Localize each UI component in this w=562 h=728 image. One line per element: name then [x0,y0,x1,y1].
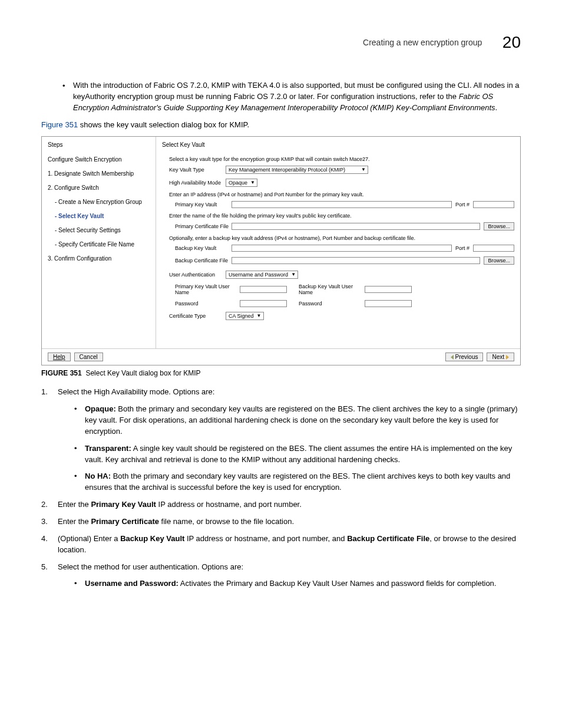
triangle-left-icon [451,355,454,360]
step-2: 2. Enter the Primary Key Vault IP addres… [41,499,521,510]
figure-ref-line: Figure 351 shows the key vault selection… [41,120,521,131]
step-2: 2. Configure Switch [48,185,150,191]
backup-note: Optionally, enter a backup key vault add… [169,235,514,241]
instruction-list: 1. Select the High Availability mode. Op… [41,387,521,589]
pkv-pwd-input[interactable] [240,300,287,307]
bkv-user-label: Backup Key Vault User Name [299,284,365,295]
primary-cert-label: Primary Certificate File [175,223,232,229]
step-2c: - Select Security Settings [48,227,150,233]
pkv-user-input[interactable] [240,286,287,293]
bkv-pwd-label: Password [299,301,365,307]
primary-note: Enter an IP address (IPv4 or hostname) a… [169,192,514,197]
opt-opaque: • Opaque: Both the primary and secondary… [74,404,521,437]
backup-kv-label: Backup Key Vault [175,245,232,251]
step-2d: - Specify Certificate File Name [48,241,150,248]
port-label-1: Port # [455,202,470,207]
ha-select[interactable]: Opaque [226,179,257,187]
header-title: Creating a new encryption group [363,38,482,47]
backup-cert-browse-button[interactable]: Browse... [484,256,514,265]
step-4: 4. (Optional) Enter a Backup Key Vault I… [41,533,521,556]
previous-button[interactable]: Previous [445,353,484,361]
chapter-number: 20 [503,33,521,52]
figure-label: FIGURE 351 [41,369,82,377]
bkv-user-input[interactable] [365,286,412,293]
bullet-icon: • [62,80,73,114]
cert-note: Enter the name of the file holding the p… [169,213,514,219]
ha-label: High Availability Mode [169,180,226,186]
select-key-vault-dialog: Steps Configure Switch Encryption 1. Des… [41,136,521,365]
help-button[interactable]: Help [48,353,71,361]
page-header: Creating a new encryption group 20 [41,33,521,52]
primary-cert-input[interactable] [232,223,480,230]
step-2a: - Create a New Encryption Group [48,199,150,205]
form-heading: Select Key Vault [162,141,514,148]
backup-port-input[interactable] [473,245,514,252]
step-5: 5. Select the method for user authentica… [41,562,521,590]
page: Creating a new encryption group 20 • Wit… [0,0,562,728]
dialog-form-panel: Select Key Vault Select a key vault type… [156,137,520,348]
kvtype-label: Key Vault Type [169,167,226,173]
userauth-select[interactable]: Username and Password [226,271,298,279]
dialog-footer: Help Cancel Previous Next [42,348,520,365]
backup-cert-input[interactable] [232,257,480,264]
step-3: 3. Enter the Primary Certificate file na… [41,516,521,528]
figure-caption: FIGURE 351 Select Key Vault dialog box f… [41,369,521,377]
step-1: 1. Select the High Availability mode. Op… [41,387,521,493]
backup-kv-input[interactable] [232,245,452,252]
step-heading: Configure Switch Encryption [48,156,150,163]
kvtype-select[interactable]: Key Management Interoperability Protocol… [226,166,368,174]
pkv-user-label: Primary Key Vault User Name [175,284,240,295]
dialog-steps-panel: Steps Configure Switch Encryption 1. Des… [42,137,156,348]
triangle-right-icon [506,355,509,360]
step-3: 3. Confirm Configuration [48,255,150,262]
certtype-label: Certificate Type [169,313,226,319]
primary-port-input[interactable] [473,201,514,208]
primary-kv-label: Primary Key Vault [175,202,232,207]
steps-heading: Steps [48,141,150,148]
backup-cert-label: Backup Certificate File [175,258,232,263]
opt-no-ha: • No HA: Both the primary and secondary … [74,471,521,493]
form-intro: Select a key vault type for the encrypti… [169,156,514,162]
port-label-2: Port # [455,245,470,251]
opt-username-password: • Username and Password: Activates the P… [74,578,521,589]
bkv-pwd-input[interactable] [365,300,412,307]
step-1: 1. Designate Switch Membership [48,170,150,177]
userauth-label: User Authentication [169,272,226,278]
pkv-pwd-label: Password [175,301,240,307]
opt-transparent: • Transparent: A single key vault should… [74,443,521,466]
figure-caption-text: Select Key Vault dialog box for KMIP [85,369,200,377]
next-button[interactable]: Next [487,353,514,361]
intro-bullet: • With the introduction of Fabric OS 7.2… [62,80,521,114]
step-2b-current: - Select Key Vault [48,213,150,219]
primary-cert-browse-button[interactable]: Browse... [484,222,514,230]
cancel-button[interactable]: Cancel [74,353,103,361]
intro-text: With the introduction of Fabric OS 7.2.0… [73,80,521,114]
certtype-select[interactable]: CA Signed [226,312,264,320]
figure-link[interactable]: Figure 351 [41,120,78,129]
primary-kv-input[interactable] [232,201,452,208]
